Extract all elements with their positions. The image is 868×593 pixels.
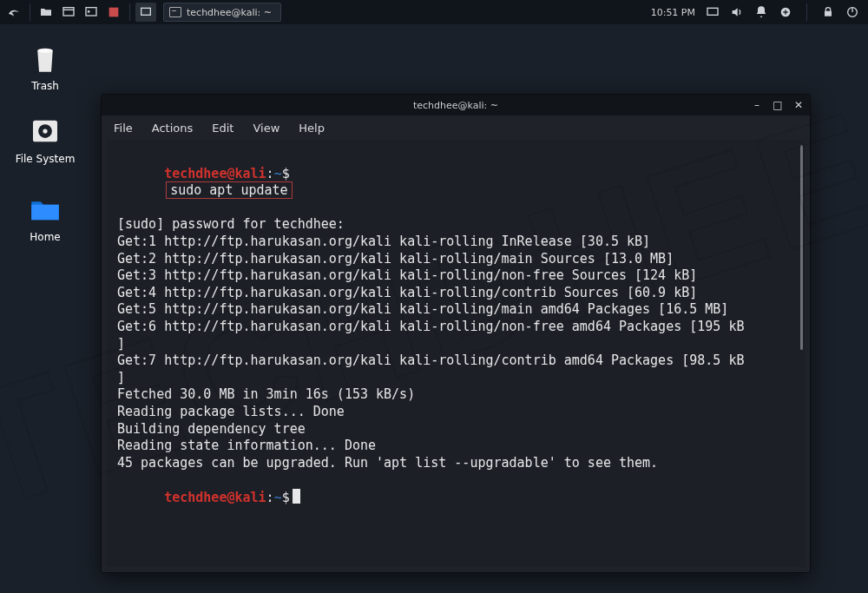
terminal-line: Get:2 http://ftp.harukasan.org/kali kali… xyxy=(117,251,794,268)
taskbar: techdhee@kali: ~ 10:51 PM xyxy=(0,0,868,24)
prompt-host: kali xyxy=(234,490,266,505)
svg-rect-4 xyxy=(141,8,151,15)
folder-icon xyxy=(27,191,63,227)
taskbar-launchers: techdhee@kali: ~ xyxy=(0,3,281,22)
prompt-colon: : xyxy=(266,490,274,505)
terminal-line: Reading state information... Done xyxy=(117,438,794,455)
terminal-line: [sudo] password for techdhee: xyxy=(117,216,794,234)
menu-view[interactable]: View xyxy=(253,122,279,135)
svg-point-10 xyxy=(37,49,53,53)
desktop-icon-label: File System xyxy=(10,153,80,165)
kali-menu-icon[interactable] xyxy=(3,3,24,22)
prompt-user: techdhee xyxy=(164,166,227,181)
disk-icon xyxy=(27,113,63,149)
desktop-icon-home[interactable]: Home xyxy=(10,191,80,243)
window-titlebar[interactable]: techdhee@kali: ~ – □ ✕ xyxy=(102,95,810,115)
terminal-body[interactable]: techdhee@kali:~$ sudo apt update [sudo] … xyxy=(107,140,805,567)
terminal-line: Get:7 http://ftp.harukasan.org/kali kali… xyxy=(117,353,794,370)
terminal-window: techdhee@kali: ~ – □ ✕ File Actions Edit… xyxy=(101,94,811,573)
desktop-icon-filesystem[interactable]: File System xyxy=(10,113,80,165)
prompt-dollar: $ xyxy=(282,490,290,505)
terminal-line: Get:4 http://ftp.harukasan.org/kali kali… xyxy=(117,285,794,302)
terminal-line: techdhee@kali:~$ xyxy=(117,471,794,524)
terminal-mini-icon xyxy=(169,7,181,17)
separator xyxy=(129,3,130,21)
terminal-menubar: File Actions Edit View Help xyxy=(102,115,810,140)
terminal-line: 45 packages can be upgraded. Run 'apt li… xyxy=(117,455,794,472)
svg-rect-0 xyxy=(63,8,74,16)
volume-icon[interactable] xyxy=(730,5,744,19)
terminal-line: Get:1 http://ftp.harukasan.org/kali kali… xyxy=(117,234,794,251)
window-minimize-button[interactable]: – xyxy=(751,99,763,111)
prompt-user: techdhee xyxy=(164,490,227,505)
separator xyxy=(30,3,30,21)
terminal-line: ] xyxy=(117,370,794,387)
svg-rect-7 xyxy=(825,11,832,16)
prompt-path: ~ xyxy=(274,490,282,505)
prompt-colon: : xyxy=(266,166,274,181)
terminal-line: Get:3 http://ftp.harukasan.org/kali kali… xyxy=(117,267,794,285)
window-close-button[interactable]: ✕ xyxy=(792,99,805,111)
notifications-icon[interactable] xyxy=(754,5,768,19)
browser-launcher-icon[interactable] xyxy=(58,3,79,22)
terminal-line: ] xyxy=(117,336,794,353)
svg-rect-3 xyxy=(109,8,119,17)
menu-actions[interactable]: Actions xyxy=(152,122,194,135)
terminal-line: Reading package lists... Done xyxy=(117,404,794,421)
svg-rect-2 xyxy=(86,8,96,16)
workspace-switcher-icon[interactable] xyxy=(135,3,156,22)
display-icon[interactable] xyxy=(706,5,720,19)
highlighted-command: sudo apt update xyxy=(166,181,292,199)
desktop-icon-trash[interactable]: Trash xyxy=(10,40,80,92)
terminal-scrollbar[interactable] xyxy=(800,145,803,350)
taskbar-window-label: techdhee@kali: ~ xyxy=(187,7,272,18)
trash-icon xyxy=(27,40,63,76)
terminal-line: Fetched 30.0 MB in 3min 16s (153 kB/s) xyxy=(117,386,794,404)
terminal-line: Get:5 http://ftp.harukasan.org/kali kali… xyxy=(117,301,794,319)
separator xyxy=(806,3,807,21)
taskbar-window-button[interactable]: techdhee@kali: ~ xyxy=(163,3,281,22)
desktop-icon-label: Home xyxy=(10,231,80,243)
svg-point-13 xyxy=(43,128,47,133)
system-tray: 10:51 PM xyxy=(651,3,868,21)
desktop-icon-label: Trash xyxy=(10,80,80,92)
window-title: techdhee@kali: ~ xyxy=(413,100,498,111)
prompt-dollar: $ xyxy=(282,166,290,181)
power-icon[interactable] xyxy=(845,5,859,19)
clock[interactable]: 10:51 PM xyxy=(651,7,695,18)
window-maximize-button[interactable]: □ xyxy=(772,99,784,111)
menu-edit[interactable]: Edit xyxy=(212,122,233,135)
lock-icon[interactable] xyxy=(821,5,835,19)
svg-rect-5 xyxy=(707,8,718,15)
terminal-line: Building dependency tree xyxy=(117,421,794,438)
menu-help[interactable]: Help xyxy=(299,122,325,135)
terminal-line: Get:6 http://ftp.harukasan.org/kali kali… xyxy=(117,319,794,336)
network-icon[interactable] xyxy=(779,5,792,19)
terminal-line: techdhee@kali:~$ sudo apt update xyxy=(117,148,794,216)
cursor-icon xyxy=(293,489,300,504)
prompt-host: kali xyxy=(234,166,266,181)
menu-file[interactable]: File xyxy=(114,122,133,135)
app-launcher-icon[interactable] xyxy=(103,3,124,22)
folder-launcher-icon[interactable] xyxy=(36,3,56,22)
prompt-path: ~ xyxy=(274,166,282,181)
terminal-launcher-icon[interactable] xyxy=(81,3,102,22)
